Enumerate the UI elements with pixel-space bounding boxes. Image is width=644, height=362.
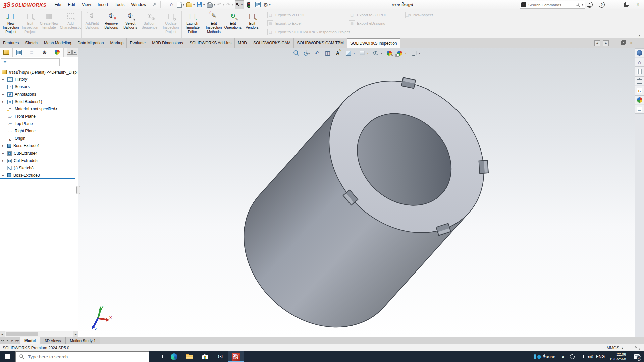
dropdown-arrow-icon[interactable]: ▼ <box>367 52 369 54</box>
tree-item-boss-extrude1[interactable]: ▸ Boss-Extrude1 <box>0 142 78 149</box>
tab-features[interactable]: Features <box>0 38 22 48</box>
solidworks-resources-icon[interactable] <box>635 48 644 57</box>
panel-horizontal-scrollbar[interactable]: ◀ ▶ <box>0 331 78 337</box>
minimize-button[interactable]: — <box>608 0 620 9</box>
expand-arrow-icon[interactable]: ▸ <box>2 144 4 147</box>
show-hidden-icons-button[interactable]: ∧ <box>558 351 568 362</box>
start-button[interactable] <box>0 351 15 362</box>
task-view-button[interactable] <box>151 351 166 362</box>
tree-item-boss-extrude3[interactable]: ▸ Boss-Extrude3 <box>0 172 78 179</box>
new-inspection-project-button[interactable]: New Inspection Project <box>1 10 20 39</box>
tree-item-solid-bodies[interactable]: ▸ Solid Bodies(1) <box>0 98 78 105</box>
appearances-scenes-icon[interactable] <box>635 95 644 104</box>
tree-item-sketch8[interactable]: ▸ (-) Sketch8 <box>0 164 78 172</box>
menu-tools[interactable]: Tools <box>111 0 128 9</box>
tab-solidworks-cam[interactable]: SOLIDWORKS CAM <box>250 38 294 48</box>
add-characteristic-button[interactable]: Add Characteristic <box>61 10 80 39</box>
menu-window[interactable]: Window <box>128 0 149 9</box>
tab-mbd[interactable]: MBD <box>235 38 250 48</box>
close-button[interactable]: × <box>632 0 644 9</box>
tree-filter-box[interactable] <box>1 58 60 66</box>
expand-arrow-icon[interactable]: ▸ <box>2 78 4 81</box>
edit-vendors-button[interactable]: Edit Vendors <box>243 10 262 39</box>
scroll-left-icon[interactable]: ◀ <box>0 331 5 337</box>
expand-arrow-icon[interactable]: ▸ <box>2 159 4 162</box>
action-center-button[interactable]: 4 <box>629 351 644 362</box>
dropdown-arrow-icon[interactable]: ▼ <box>380 52 383 54</box>
file-properties-button[interactable] <box>254 1 262 9</box>
tab-solidworks-cam-tbm[interactable]: SOLIDWORKS CAM TBM <box>294 38 347 48</box>
ribbon-collapse-icon[interactable]: ∧ <box>638 34 641 38</box>
edit-inspection-methods-button[interactable]: Edit Inspection Methods <box>204 10 223 39</box>
tree-item-history[interactable]: ▸ History <box>0 76 78 83</box>
configuration-manager-tab[interactable] <box>25 48 38 57</box>
3d-views-tab[interactable]: 3D Views <box>40 337 65 344</box>
expand-arrow-icon[interactable]: ▸ <box>2 152 4 155</box>
tree-item-sensors[interactable]: ▸ Sensors <box>0 83 78 90</box>
dropdown-arrow-icon[interactable]: ▼ <box>418 52 421 54</box>
edit-inspection-project-button[interactable]: Edit Inspection Project <box>20 10 40 39</box>
update-inspection-project-button[interactable]: Update Inspection Project <box>161 10 180 39</box>
search-dropdown-icon[interactable]: ▼ <box>581 4 584 6</box>
scrollbar-thumb[interactable] <box>6 332 38 336</box>
doc-minimize-button[interactable]: — <box>612 40 617 46</box>
mail-button[interactable] <box>213 351 228 362</box>
expand-arrow-icon[interactable]: ▸ <box>2 100 4 103</box>
tree-item-top-plane[interactable]: ▸ Top Plane <box>0 120 78 127</box>
tag-icon[interactable] <box>635 346 641 350</box>
file-explorer-icon[interactable] <box>635 76 644 85</box>
tree-root-part[interactable]: กรอบใหญ่พ (Default) <<Default>_Displ <box>0 68 78 76</box>
edge-button[interactable] <box>166 351 182 362</box>
solidworks-taskbar-button[interactable]: SW 2024 <box>228 351 244 362</box>
apply-scene-icon[interactable]: ▼ <box>395 49 408 57</box>
tree-item-material[interactable]: ▸ Material <not specified> <box>0 105 78 113</box>
tab-mbd-dimensions[interactable]: MBD Dimensions <box>149 38 186 48</box>
export-to-2d-pdf-button[interactable]: Export to 2D PDF <box>267 12 343 18</box>
balloon-sequence-button[interactable]: Balloon Sequence <box>140 10 159 39</box>
export-to-excel-button[interactable]: Export to Excel <box>267 20 343 26</box>
dimxpert-manager-tab[interactable] <box>38 48 51 57</box>
tree-item-right-plane[interactable]: ▸ Right Plane <box>0 127 78 135</box>
search-commands-input[interactable] <box>528 3 574 7</box>
graphics-area[interactable]: ▼ ▼ ▼ ▼ <box>78 48 635 337</box>
scroll-tabs-right-icon[interactable]: ▶ <box>603 40 609 46</box>
edit-appearance-icon[interactable]: ▼ <box>385 49 394 57</box>
expand-arrow-icon[interactable]: ▸ <box>2 174 4 177</box>
design-library-icon[interactable] <box>635 67 644 76</box>
tab-data-migration[interactable]: Data Migration <box>74 38 107 48</box>
scroll-tabs-left-icon[interactable]: ◀ <box>594 40 600 46</box>
tab-evaluate[interactable]: Evaluate <box>127 38 149 48</box>
taskbar-search-input[interactable] <box>27 354 149 360</box>
microsoft-store-button[interactable] <box>197 351 213 362</box>
clock[interactable]: 22:06 19/6/2568 <box>606 352 629 362</box>
menu-insert[interactable]: Insert <box>94 0 111 9</box>
section-view-icon[interactable]: ▼ <box>323 49 332 57</box>
help-button[interactable]: ? <box>596 0 608 9</box>
previous-view-icon[interactable]: ▼ <box>313 49 321 57</box>
last-tab-icon[interactable]: ▶▶ <box>15 337 20 344</box>
doc-restore-button[interactable] <box>620 40 626 46</box>
dropdown-arrow-icon[interactable]: ▼ <box>353 52 355 54</box>
hide-show-items-icon[interactable]: ▼ <box>371 49 383 57</box>
scroll-right-icon[interactable]: ▶ <box>73 331 78 337</box>
next-tab-icon[interactable]: ▶ <box>10 337 15 344</box>
view-settings-icon[interactable]: ▼ <box>409 49 421 57</box>
expand-arrow-icon[interactable]: ▸ <box>2 93 4 96</box>
edit-operations-button[interactable]: Edit Operations <box>223 10 243 39</box>
panel-tabs-left-icon[interactable]: ◀ <box>67 50 72 55</box>
zoom-to-fit-icon[interactable]: ▼ <box>292 49 301 57</box>
menu-file[interactable]: File <box>51 0 64 9</box>
model-tab[interactable]: Model <box>20 337 40 344</box>
dropdown-arrow-icon[interactable]: ▼ <box>405 52 407 54</box>
export-to-solidworks-inspection-project-button[interactable]: Export to SOLIDWORKS Inspection Project <box>267 29 343 35</box>
tab-mesh-modeling[interactable]: Mesh Modeling <box>41 38 74 48</box>
menu-edit[interactable]: Edit <box>65 0 79 9</box>
network-button[interactable] <box>577 351 586 362</box>
home-button[interactable] <box>167 1 176 9</box>
open-button[interactable]: ▼ <box>186 1 196 9</box>
save-button[interactable]: ▼ <box>196 1 206 9</box>
create-new-template-button[interactable]: Create New template <box>40 10 59 39</box>
search-icon[interactable] <box>576 3 580 7</box>
net-inspect-button[interactable]: N Net-Inspect <box>405 12 442 18</box>
remove-balloons-button[interactable]: Remove Balloons <box>102 10 121 39</box>
